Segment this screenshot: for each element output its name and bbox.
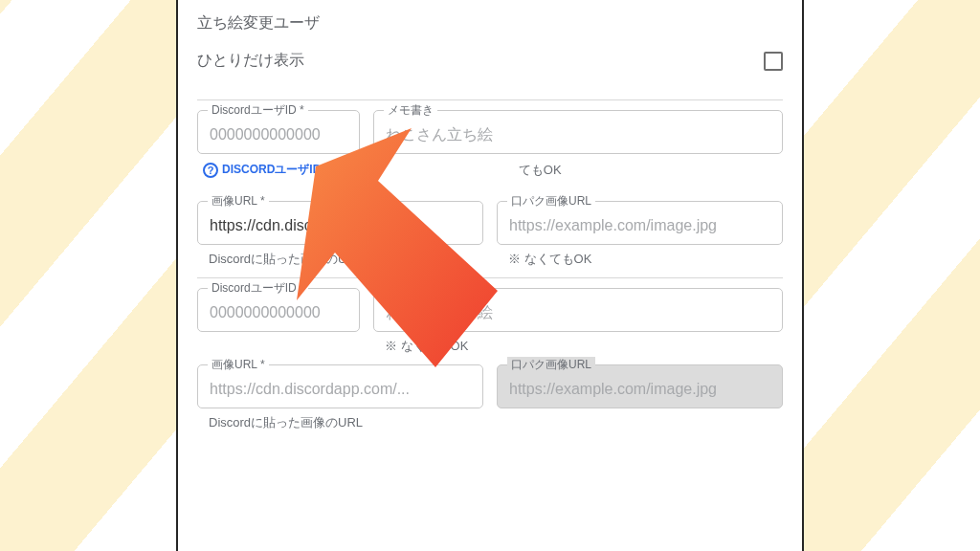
settings-panel: 立ち絵変更ユーザ ひとりだけ表示 DiscordユーザID * メモ書き ? D… (176, 0, 804, 551)
lipsync-url-input[interactable] (509, 215, 770, 236)
user-block: DiscordユーザID * メモ書き ※ なくてもOK 画像URL * 口パク… (197, 277, 783, 435)
toggle-solo-display[interactable]: ひとりだけ表示 (197, 51, 783, 71)
user-block: DiscordユーザID * メモ書き ? DISCORDユーザIDと てもOK… (197, 99, 783, 272)
memo-input[interactable] (386, 124, 770, 145)
question-icon: ? (203, 163, 218, 178)
field-label: 画像URL * (208, 193, 269, 209)
discord-id-input[interactable] (210, 124, 347, 145)
help-link-label: DISCORDユーザIDと (222, 162, 332, 178)
field-label: 口パク画像URL (507, 357, 595, 373)
image-url-hint: Discordに貼った画像のURL (209, 251, 483, 268)
field-label: DiscordユーザID * (208, 102, 308, 119)
checkbox-icon[interactable] (764, 52, 783, 71)
field-label: 口パク画像URL (507, 193, 595, 209)
lipsync-url-field[interactable]: 口パク画像URL (497, 201, 783, 245)
memo-hint: てもOK (519, 163, 562, 177)
lipsync-url-field: 口パク画像URL (497, 364, 783, 408)
section-title: 立ち絵変更ユーザ (197, 13, 783, 33)
lipsync-hint: ※ なくてもOK (508, 251, 783, 268)
memo-input[interactable] (386, 302, 770, 323)
image-url-field[interactable]: 画像URL * (197, 201, 483, 245)
image-url-hint: Discordに貼った画像のURL (209, 414, 483, 431)
field-label: 画像URL * (208, 357, 269, 373)
field-label: メモ書き (384, 102, 437, 119)
discord-id-field[interactable]: DiscordユーザID * (197, 110, 360, 154)
memo-hint: ※ なくてもOK (385, 338, 783, 355)
toggle-label: ひとりだけ表示 (197, 51, 304, 71)
memo-field[interactable]: メモ書き (373, 110, 783, 154)
lipsync-url-input (509, 379, 770, 400)
discord-id-help-link[interactable]: ? DISCORDユーザIDと (203, 162, 332, 178)
discord-id-input[interactable] (210, 302, 347, 323)
discord-id-field[interactable]: DiscordユーザID * (197, 288, 360, 332)
memo-field[interactable]: メモ書き (373, 288, 783, 332)
image-url-field[interactable]: 画像URL * (197, 364, 483, 408)
image-url-input[interactable] (210, 379, 471, 400)
field-label: メモ書き (384, 280, 437, 297)
image-url-input[interactable] (210, 215, 471, 236)
field-label: DiscordユーザID * (208, 280, 308, 297)
